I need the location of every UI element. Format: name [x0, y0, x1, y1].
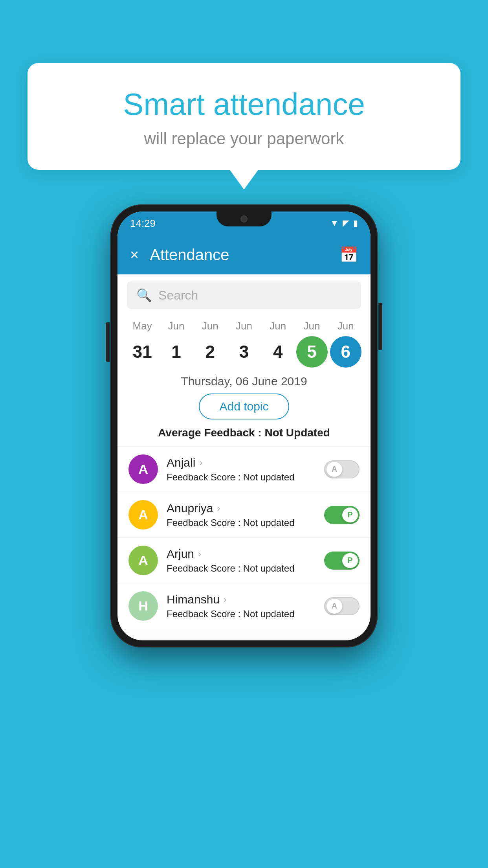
cal-day-3[interactable]: Jun 3: [228, 320, 260, 368]
notch: [216, 211, 272, 226]
student-list: A Anjali › Feedback Score : Not updated: [117, 446, 371, 629]
student-info-himanshu: Himanshu › Feedback Score : Not updated: [167, 593, 324, 620]
cal-month-6: Jun: [338, 320, 354, 332]
cal-date-5: 5: [296, 336, 328, 368]
bubble-title: Smart attendance: [51, 86, 437, 122]
selected-date: Thursday, 06 June 2019: [117, 375, 371, 388]
avatar-anjali: A: [128, 454, 158, 484]
app-bar: × Attendance 📅: [117, 235, 371, 274]
status-icons: ▼ ◤ ▮: [330, 218, 358, 228]
search-bar[interactable]: 🔍 Search: [127, 281, 361, 309]
phone-wrapper: 14:29 ▼ ◤ ▮ × Attendance 📅 🔍 Search: [110, 204, 378, 647]
phone-outer: 14:29 ▼ ◤ ▮ × Attendance 📅 🔍 Search: [110, 204, 378, 647]
chevron-icon: ›: [198, 548, 201, 559]
student-info-anupriya: Anupriya › Feedback Score : Not updated: [167, 502, 324, 528]
cal-date-4: 4: [262, 336, 294, 368]
speech-bubble: Smart attendance will replace your paper…: [28, 63, 460, 170]
cal-month-2: Jun: [202, 320, 218, 332]
feedback-anjali: Feedback Score : Not updated: [167, 472, 324, 483]
signal-icon: ◤: [343, 218, 349, 228]
toggle-anjali[interactable]: A: [324, 460, 360, 478]
toggle-knob-arjun: P: [342, 553, 358, 568]
search-icon: 🔍: [136, 288, 152, 303]
student-item-arjun: A Arjun › Feedback Score : Not updated: [117, 537, 371, 583]
bottom-fade: [117, 629, 371, 640]
status-bar: 14:29 ▼ ◤ ▮: [117, 211, 371, 235]
speech-bubble-container: Smart attendance will replace your paper…: [28, 63, 460, 170]
toggle-switch-anjali[interactable]: A: [324, 460, 360, 478]
student-item-himanshu: H Himanshu › Feedback Score : Not update…: [117, 583, 371, 629]
avg-feedback: Average Feedback : Not Updated: [117, 427, 371, 439]
student-item-anupriya: A Anupriya › Feedback Score : Not update…: [117, 492, 371, 537]
toggle-switch-arjun[interactable]: P: [324, 552, 360, 570]
avg-feedback-value: Not Updated: [264, 427, 330, 439]
cal-date-6: 6: [330, 336, 361, 368]
toggle-knob-anjali: A: [327, 462, 342, 477]
bubble-subtitle: will replace your paperwork: [51, 129, 437, 148]
toggle-himanshu[interactable]: A: [324, 597, 360, 615]
student-name-arjun[interactable]: Arjun ›: [167, 547, 324, 561]
toggle-anupriya[interactable]: P: [324, 506, 360, 524]
chevron-icon: ›: [199, 457, 202, 468]
cal-day-5[interactable]: Jun 5: [296, 320, 328, 368]
cal-month-4: Jun: [270, 320, 286, 332]
cal-day-6[interactable]: Jun 6: [330, 320, 361, 368]
cal-day-1[interactable]: Jun 1: [160, 320, 192, 368]
toggle-knob-anupriya: P: [342, 508, 358, 522]
toggle-knob-himanshu: A: [327, 599, 342, 614]
phone-screen: 14:29 ▼ ◤ ▮ × Attendance 📅 🔍 Search: [117, 211, 371, 640]
cal-date-3: 3: [228, 336, 260, 368]
student-name-himanshu[interactable]: Himanshu ›: [167, 593, 324, 606]
wifi-icon: ▼: [330, 218, 339, 228]
toggle-arjun[interactable]: P: [324, 552, 360, 570]
student-info-arjun: Arjun › Feedback Score : Not updated: [167, 547, 324, 574]
app-title: Attendance: [150, 246, 339, 264]
cal-date-2: 2: [194, 336, 226, 368]
cal-day-0[interactable]: May 31: [127, 320, 158, 368]
battery-icon: ▮: [353, 218, 358, 228]
search-placeholder: Search: [158, 288, 198, 303]
chevron-icon: ›: [217, 503, 220, 514]
cal-month-0: May: [133, 320, 152, 332]
toggle-switch-anupriya[interactable]: P: [324, 506, 360, 524]
feedback-anupriya: Feedback Score : Not updated: [167, 517, 324, 528]
student-name-anupriya[interactable]: Anupriya ›: [167, 502, 324, 515]
add-topic-button[interactable]: Add topic: [199, 394, 289, 419]
calendar-icon[interactable]: 📅: [339, 246, 358, 263]
cal-day-4[interactable]: Jun 4: [262, 320, 294, 368]
avatar-anupriya: A: [128, 500, 158, 530]
student-name-anjali[interactable]: Anjali ›: [167, 456, 324, 469]
cal-month-3: Jun: [236, 320, 252, 332]
close-button[interactable]: ×: [130, 246, 139, 263]
student-info-anjali: Anjali › Feedback Score : Not updated: [167, 456, 324, 483]
camera: [240, 215, 248, 223]
cal-day-2[interactable]: Jun 2: [194, 320, 226, 368]
calendar-strip: May 31 Jun 1 Jun 2 Jun 3 Jun 4: [117, 316, 371, 368]
cal-date-1: 1: [160, 336, 192, 368]
student-item-anjali: A Anjali › Feedback Score : Not updated: [117, 446, 371, 492]
cal-date-0: 31: [127, 336, 158, 368]
feedback-himanshu: Feedback Score : Not updated: [167, 609, 324, 620]
cal-month-1: Jun: [168, 320, 184, 332]
feedback-arjun: Feedback Score : Not updated: [167, 563, 324, 574]
toggle-switch-himanshu[interactable]: A: [324, 597, 360, 615]
status-time: 14:29: [130, 217, 156, 230]
chevron-icon: ›: [224, 594, 227, 605]
avatar-himanshu: H: [128, 591, 158, 621]
avatar-arjun: A: [128, 546, 158, 575]
avg-feedback-label: Average Feedback :: [158, 427, 262, 439]
cal-month-5: Jun: [304, 320, 320, 332]
